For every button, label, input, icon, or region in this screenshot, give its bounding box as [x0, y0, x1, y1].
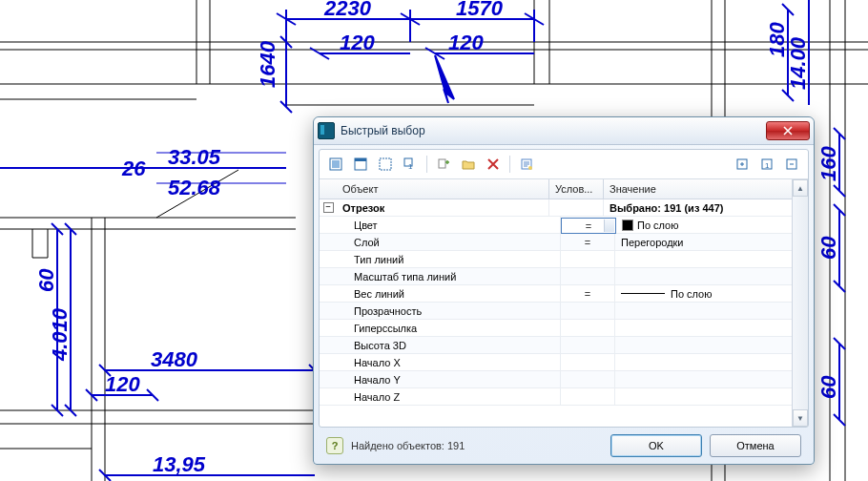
property-row[interactable]: Вес линий=По слою [320, 285, 792, 303]
condition-cell[interactable] [561, 337, 615, 353]
tb-select-crossing-icon[interactable] [375, 154, 396, 175]
dialog-title: Быстрый выбор [341, 124, 766, 137]
value-cell[interactable]: Выбрано: 191 (из 447) [604, 199, 792, 216]
toolbar-separator [509, 156, 510, 173]
collapse-icon[interactable]: − [323, 202, 334, 213]
property-label: Отрезок [337, 199, 549, 216]
value-cell[interactable] [615, 388, 792, 405]
property-label: Начало Z [337, 388, 561, 405]
condition-cell[interactable] [561, 371, 615, 387]
expand-cell [320, 388, 337, 405]
property-row[interactable]: Начало Z [320, 388, 792, 406]
condition-cell[interactable]: = [561, 218, 616, 234]
condition-cell[interactable]: = [561, 285, 615, 302]
lineweight-preview [621, 293, 665, 294]
group-row[interactable]: −ОтрезокВыбрано: 191 (из 447) [320, 199, 792, 217]
property-label: Вес линий [337, 285, 561, 302]
dialog-footer: ? Найдено объектов: 191 OK Отмена [319, 432, 809, 459]
tb-expand-icon[interactable] [732, 154, 753, 175]
value-cell[interactable] [615, 251, 792, 267]
scroll-down-icon[interactable]: ▼ [793, 409, 808, 427]
property-row[interactable]: Цвет=По слою [320, 217, 792, 234]
property-grid: Объект Услов... Значение −ОтрезокВыбрано… [320, 179, 808, 427]
property-row[interactable]: Гиперссылка [320, 320, 792, 337]
scroll-up-icon[interactable]: ▲ [793, 179, 808, 197]
col-condition[interactable]: Услов... [549, 179, 604, 199]
close-button[interactable] [766, 121, 810, 140]
status-text: Найдено объектов: 191 [351, 440, 603, 451]
dim-4010: 4.010 [48, 307, 72, 362]
dim-60b: 60 [34, 268, 58, 292]
property-row[interactable]: Начало X [320, 354, 792, 371]
property-row[interactable]: Прозрачность [320, 303, 792, 320]
tb-open-folder-icon[interactable] [458, 154, 479, 175]
tb-select-previous-icon[interactable]: 1 [400, 154, 421, 175]
dim-60a: 60 [816, 236, 840, 260]
condition-cell[interactable] [561, 388, 615, 405]
condition-cell[interactable] [561, 251, 615, 267]
dim-1640: 1640 [256, 40, 279, 88]
property-label: Масштаб типа линий [337, 268, 561, 284]
value-cell[interactable] [615, 354, 792, 370]
property-row[interactable]: Масштаб типа линий [320, 268, 792, 285]
condition-cell[interactable] [561, 354, 615, 370]
dim-3480: 3480 [151, 347, 198, 371]
dim-120a: 120 [340, 31, 375, 54]
condition-cell[interactable]: = [561, 234, 615, 250]
tb-select-all-icon[interactable] [325, 154, 346, 175]
condition-cell[interactable] [561, 303, 615, 319]
property-row[interactable]: Начало Y [320, 371, 792, 388]
dim-160: 160 [816, 146, 840, 181]
cancel-button[interactable]: Отмена [710, 434, 801, 457]
tb-add-to-set-icon[interactable] [433, 154, 454, 175]
dim-1570: 1570 [456, 0, 504, 20]
expand-cell [320, 285, 337, 302]
property-label: Прозрачность [337, 303, 561, 319]
vertical-scrollbar[interactable]: ▲ ▼ [792, 179, 808, 427]
value-cell[interactable] [615, 320, 792, 336]
col-value[interactable]: Значение [604, 179, 792, 199]
expand-cell [320, 354, 337, 370]
property-row[interactable]: Слой=Перегородки [320, 234, 792, 251]
value-cell[interactable] [615, 268, 792, 284]
app-icon [318, 122, 335, 139]
value-cell[interactable] [615, 303, 792, 319]
tb-collapse-icon[interactable] [781, 154, 802, 175]
condition-cell[interactable] [561, 268, 615, 284]
dim-60c: 60 [816, 375, 840, 399]
expand-cell [320, 337, 337, 353]
property-label: Тип линий [337, 251, 561, 267]
value-cell[interactable] [615, 371, 792, 387]
value-cell[interactable]: Перегородки [615, 234, 792, 250]
condition-cell[interactable] [549, 199, 604, 216]
tb-properties-icon[interactable] [516, 154, 537, 175]
expand-cell [320, 251, 337, 267]
scroll-track[interactable] [793, 197, 808, 409]
tb-delete-icon[interactable] [483, 154, 504, 175]
value-cell[interactable] [615, 337, 792, 353]
expand-cell [320, 320, 337, 336]
svg-text:1: 1 [765, 161, 770, 170]
dim-1400: 14.00 [786, 36, 810, 90]
condition-cell[interactable] [561, 320, 615, 336]
property-row[interactable]: Высота 3D [320, 337, 792, 354]
value-cell[interactable]: По слою [615, 285, 792, 302]
value-cell[interactable]: По слою [616, 217, 792, 233]
color-swatch [622, 220, 633, 231]
property-label: Начало Y [337, 371, 561, 387]
tb-select-window-icon[interactable] [350, 154, 371, 175]
svg-rect-71 [380, 158, 391, 170]
dim-5268: 52.68 [168, 176, 221, 199]
property-label: Начало X [337, 354, 561, 370]
dim-26: 26 [121, 157, 146, 180]
toolbar-separator [426, 156, 427, 173]
svg-point-76 [528, 166, 532, 170]
help-icon[interactable]: ? [326, 437, 343, 454]
tb-layout-icon[interactable]: 1 [756, 154, 777, 175]
col-object[interactable]: Объект [337, 179, 549, 199]
dim-120c: 120 [105, 372, 140, 396]
property-row[interactable]: Тип линий [320, 251, 792, 268]
ok-button[interactable]: OK [610, 434, 702, 457]
titlebar[interactable]: Быстрый выбор [314, 117, 814, 145]
dialog-body: 1 1 Объект Услов... Значение −ОтрезокВыб… [319, 149, 809, 428]
